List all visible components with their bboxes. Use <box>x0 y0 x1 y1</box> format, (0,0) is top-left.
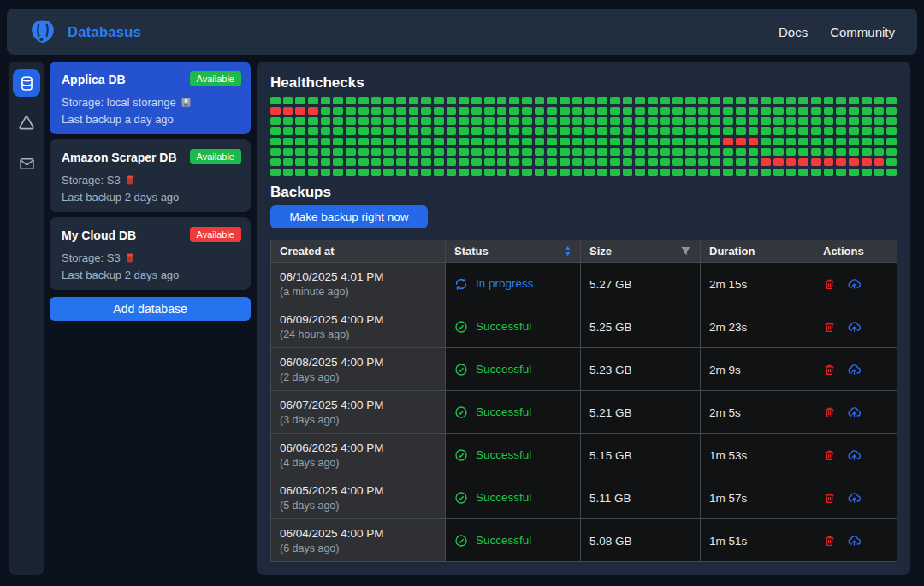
healthcheck-cell <box>358 107 369 115</box>
healthcheck-cell <box>396 97 406 104</box>
healthcheck-cell <box>434 169 444 176</box>
healthcheck-cell <box>660 158 671 166</box>
restore-backup-button[interactable] <box>847 448 862 462</box>
healthcheck-cell <box>421 169 431 176</box>
healthcheck-cell <box>811 158 821 166</box>
healthcheck-cell <box>509 97 519 104</box>
healthcheck-cell <box>308 158 318 166</box>
healthcheck-cell <box>497 117 507 125</box>
healthcheck-cell <box>358 169 369 176</box>
healthcheck-cell <box>798 169 808 176</box>
healthcheck-cell <box>509 107 519 115</box>
table-row: 06/06/2025 4:00 PM (4 days ago) <box>271 434 897 476</box>
healthcheck-cell <box>409 148 419 156</box>
healthcheck-cell <box>862 148 872 156</box>
healthcheck-cell <box>736 148 746 156</box>
healthcheck-cell <box>874 148 885 156</box>
check-circle-icon <box>454 534 468 548</box>
delete-backup-button[interactable] <box>823 491 836 505</box>
s3-icon <box>125 175 135 186</box>
healthcheck-cell <box>447 169 457 176</box>
db-card-applica[interactable]: Applica DB Available Storage: local stor… <box>50 62 251 134</box>
healthcheck-cell <box>610 158 620 166</box>
healthcheck-cell <box>886 169 897 176</box>
healthcheck-cell <box>635 158 645 166</box>
nav-link-community[interactable]: Community <box>830 25 895 39</box>
healthcheck-cell <box>497 107 507 115</box>
healthcheck-cell <box>295 107 305 115</box>
healthcheck-cell <box>736 97 746 104</box>
delete-backup-button[interactable] <box>823 363 836 376</box>
healthcheck-cell <box>484 117 495 125</box>
healthcheck-cell <box>547 97 557 104</box>
sort-icon[interactable] <box>564 246 572 257</box>
healthcheck-cell <box>660 138 671 145</box>
restore-backup-button[interactable] <box>847 277 862 291</box>
healthcheck-cell <box>623 158 633 166</box>
healthcheck-cell <box>584 107 595 115</box>
healthcheck-cell <box>623 117 633 125</box>
healthcheck-cell <box>295 138 305 145</box>
healthcheck-cell <box>459 138 469 145</box>
healthcheck-cell <box>371 117 382 125</box>
healthcheck-cell <box>509 127 519 135</box>
healthcheck-cell <box>710 117 720 125</box>
sidebar-item-databases[interactable] <box>13 69 40 97</box>
backup-created-at: 06/06/2025 4:00 PM <box>280 441 436 454</box>
sidebar-item-storage[interactable] <box>13 110 40 137</box>
filter-icon[interactable] <box>680 246 691 257</box>
healthcheck-cell <box>660 127 671 135</box>
trash-icon <box>823 448 836 462</box>
restore-backup-button[interactable] <box>847 534 862 548</box>
healthcheck-cell <box>371 158 382 166</box>
db-card-amazon-scraper[interactable]: Amazon Scraper DB Available Storage: S3 … <box>50 139 251 212</box>
brand-link[interactable]: Databasus <box>29 18 141 45</box>
healthcheck-cell <box>584 148 595 156</box>
db-card-my-cloud[interactable]: My Cloud DB Available Storage: S3 Last b… <box>50 217 251 290</box>
healthcheck-cell <box>886 127 897 135</box>
backup-created-at: 06/08/2025 4:00 PM <box>280 356 436 369</box>
trash-icon <box>823 320 836 334</box>
backup-relative-time: (6 days ago) <box>280 542 436 554</box>
healthcheck-cell <box>560 158 570 166</box>
healthcheck-cell <box>270 138 281 145</box>
healthcheck-cell <box>409 138 419 145</box>
healthcheck-cell <box>484 169 495 176</box>
healthcheck-cell <box>522 158 532 166</box>
delete-backup-button[interactable] <box>823 448 836 462</box>
table-row: 06/04/2025 4:00 PM (6 days ago) <box>271 519 897 562</box>
healthcheck-cell <box>509 158 519 166</box>
header-status[interactable]: Status <box>446 240 581 263</box>
healthcheck-cell <box>572 148 583 156</box>
delete-backup-button[interactable] <box>823 534 836 548</box>
add-database-button[interactable]: Add database <box>50 297 251 321</box>
restore-backup-button[interactable] <box>847 363 862 376</box>
healthcheck-cell <box>623 97 633 104</box>
backup-duration: 1m 57s <box>709 492 747 505</box>
delete-backup-button[interactable] <box>823 320 836 334</box>
nav-link-docs[interactable]: Docs <box>779 25 808 39</box>
brand-name: Databasus <box>68 24 141 40</box>
healthcheck-cell <box>874 138 885 145</box>
backup-size: 5.08 GB <box>589 535 632 548</box>
healthcheck-cell <box>522 97 532 104</box>
healthcheck-cell <box>383 138 394 145</box>
healthcheck-cell <box>409 117 419 125</box>
healthcheck-cell <box>786 158 797 166</box>
restore-backup-button[interactable] <box>847 320 862 334</box>
healthcheck-cell <box>685 158 696 166</box>
healthcheck-cell <box>358 117 369 125</box>
healthcheck-cell <box>308 148 318 156</box>
healthcheck-cell <box>346 148 356 156</box>
delete-backup-button[interactable] <box>823 405 836 419</box>
restore-backup-button[interactable] <box>847 491 862 505</box>
restore-backup-button[interactable] <box>847 405 862 419</box>
healthcheck-cell <box>786 117 797 125</box>
make-backup-button[interactable]: Make backup right now <box>270 205 428 228</box>
delete-backup-button[interactable] <box>823 277 836 291</box>
healthcheck-cell <box>672 148 683 156</box>
healthcheck-cell <box>761 148 771 156</box>
sidebar-item-notifications[interactable] <box>13 150 40 177</box>
healthcheck-cell <box>811 169 821 176</box>
healthcheck-cell <box>736 127 746 135</box>
